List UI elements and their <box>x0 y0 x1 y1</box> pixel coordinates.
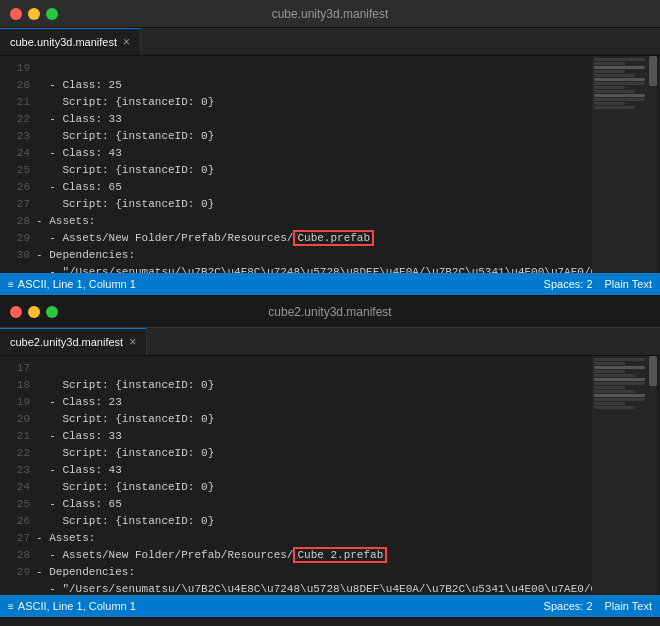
code-line: - Class: 65 <box>36 181 122 193</box>
minimap-line <box>594 370 625 373</box>
minimap-line <box>594 66 645 69</box>
minimap-line <box>594 58 645 61</box>
tab-bar-1: cube.unity3d.manifest × <box>0 28 660 56</box>
tab-bar-2: cube2.unity3d.manifest × <box>0 328 660 356</box>
status-spaces-2[interactable]: Spaces: 2 <box>544 600 593 612</box>
minimap-line <box>594 402 625 405</box>
code-line: - Class: 65 <box>36 498 122 510</box>
scroll-thumb-2[interactable] <box>649 356 657 386</box>
minimap-line <box>594 398 645 401</box>
status-bar-2: ≡ ASCII, Line 1, Column 1 Spaces: 2 Plai… <box>0 595 660 617</box>
code-content-2[interactable]: Script: {instanceID: 0} - Class: 23 Scri… <box>36 356 592 595</box>
status-encoding-2: ASCII, Line 1, Column 1 <box>18 600 136 612</box>
status-encoding-1: ASCII, Line 1, Column 1 <box>18 278 136 290</box>
window-controls[interactable] <box>10 8 58 20</box>
code-content-1[interactable]: - Class: 25 Script: {instanceID: 0} - Cl… <box>36 56 592 273</box>
minimap-line <box>594 102 625 105</box>
minimap-line <box>594 382 645 385</box>
status-lang-2[interactable]: Plain Text <box>605 600 653 612</box>
code-line: - Class: 33 <box>36 113 122 125</box>
code-line: Script: {instanceID: 0} <box>36 481 214 493</box>
code-line: - "/Users/senumatsu/\u7B2C\u4E8C\u7248\u… <box>36 266 592 273</box>
minimap-line <box>594 86 625 89</box>
tab-2-label: cube2.unity3d.manifest <box>10 336 123 348</box>
minimap-line <box>594 406 635 409</box>
status-left-2: ≡ ASCII, Line 1, Column 1 <box>8 600 136 612</box>
minimap-line <box>594 82 645 85</box>
code-line: Script: {instanceID: 0} <box>36 379 214 391</box>
minimap-line <box>594 378 645 381</box>
status-left-1: ≡ ASCII, Line 1, Column 1 <box>8 278 136 290</box>
minimap-line <box>594 362 625 365</box>
status-lang-1[interactable]: Plain Text <box>605 278 653 290</box>
minimap-line <box>594 374 635 377</box>
code-line: Script: {instanceID: 0} <box>36 515 214 527</box>
maximize-button[interactable] <box>46 8 58 20</box>
status-right-2: Spaces: 2 Plain Text <box>544 600 652 612</box>
close-button[interactable] <box>10 8 22 20</box>
minimap-line <box>594 70 625 73</box>
code-line-highlight: - Assets/New Folder/Prefab/Resources/Cub… <box>36 230 374 246</box>
window-title: cube.unity3d.manifest <box>272 7 389 21</box>
code-line: Script: {instanceID: 0} <box>36 164 214 176</box>
scroll-thumb-1[interactable] <box>649 56 657 86</box>
editor-pane-2: cube2.unity3d.manifest × 17 18 <box>0 328 660 618</box>
code-line: - Class: 23 <box>36 396 122 408</box>
code-line-highlight: - Assets/New Folder/Prefab/Resources/Cub… <box>36 547 387 563</box>
status-right-1: Spaces: 2 Plain Text <box>544 278 652 290</box>
scrollbar-2[interactable] <box>647 356 657 595</box>
pane-2-title: cube2.unity3d.manifest <box>268 305 391 319</box>
title-bar: cube.unity3d.manifest <box>0 0 660 28</box>
code-line: - Class: 43 <box>36 464 122 476</box>
code-line: - Assets: <box>36 215 95 227</box>
status-spaces-1[interactable]: Spaces: 2 <box>544 278 593 290</box>
minimap-line <box>594 390 635 393</box>
code-line: - Assets: <box>36 532 95 544</box>
minimap-line <box>594 90 635 93</box>
minimap-line <box>594 394 645 397</box>
scrollbar-1[interactable] <box>647 56 657 273</box>
status-bar-1: ≡ ASCII, Line 1, Column 1 Spaces: 2 Plai… <box>0 273 660 295</box>
pane-2-header: cube2.unity3d.manifest <box>0 296 660 328</box>
code-line: Script: {instanceID: 0} <box>36 198 214 210</box>
close-btn-2[interactable] <box>10 306 22 318</box>
code-line: Script: {instanceID: 0} <box>36 447 214 459</box>
tab-1-label: cube.unity3d.manifest <box>10 36 117 48</box>
code-area-2[interactable]: 17 18 19 20 21 22 23 24 25 26 27 28 29 3… <box>0 356 660 595</box>
tab-1-close[interactable]: × <box>123 35 130 49</box>
code-line: - Class: 33 <box>36 430 122 442</box>
line-numbers-1: 19 20 21 22 23 24 25 26 27 28 29 30 31 <box>0 56 36 273</box>
minimap-line <box>594 358 645 361</box>
tab-1[interactable]: cube.unity3d.manifest × <box>0 28 141 55</box>
min-btn-2[interactable] <box>28 306 40 318</box>
minimap-line <box>594 106 635 109</box>
minimap-2 <box>592 356 647 595</box>
editor-pane-1: cube.unity3d.manifest × 19 20 <box>0 28 660 296</box>
code-line: Script: {instanceID: 0} <box>36 130 214 142</box>
code-line: - Dependencies: <box>36 566 135 578</box>
minimap-1 <box>592 56 647 273</box>
status-icon-1: ≡ <box>8 279 14 290</box>
minimize-button[interactable] <box>28 8 40 20</box>
code-line: - Class: 25 <box>36 79 122 91</box>
status-icon-2: ≡ <box>8 601 14 612</box>
minimap-line <box>594 62 625 65</box>
tab-2-close[interactable]: × <box>129 335 136 349</box>
code-line: Script: {instanceID: 0} <box>36 96 214 108</box>
minimap-line <box>594 74 635 77</box>
max-btn-2[interactable] <box>46 306 58 318</box>
minimap-line <box>594 78 645 81</box>
minimap-line <box>594 94 645 97</box>
minimap-line <box>594 98 645 101</box>
code-line: Script: {instanceID: 0} <box>36 413 214 425</box>
code-line: - Dependencies: <box>36 249 135 261</box>
code-line: - "/Users/senumatsu/\u7B2C\u4E8C\u7248\u… <box>36 583 592 595</box>
minimap-line <box>594 386 625 389</box>
code-area-1[interactable]: 19 20 21 22 23 24 25 26 27 28 29 30 31 -… <box>0 56 660 273</box>
line-numbers-2: 17 18 19 20 21 22 23 24 25 26 27 28 29 3… <box>0 356 36 595</box>
minimap-line <box>594 366 645 369</box>
code-line: - Class: 43 <box>36 147 122 159</box>
tab-2[interactable]: cube2.unity3d.manifest × <box>0 328 147 355</box>
